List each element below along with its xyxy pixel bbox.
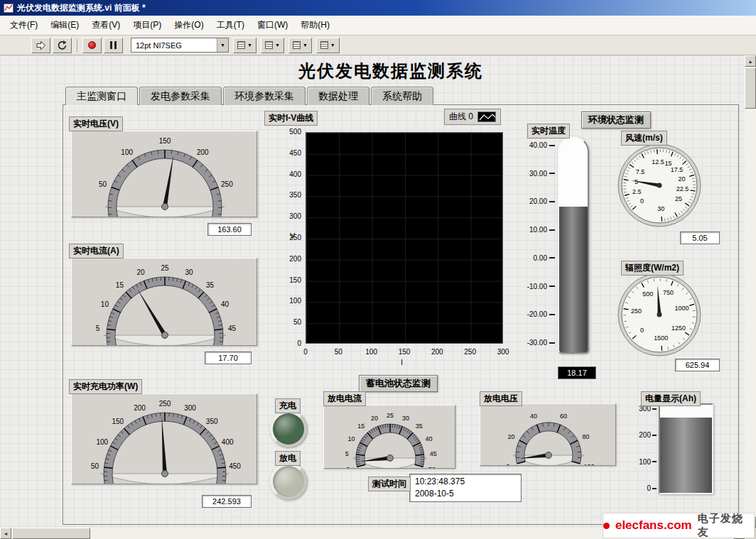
svg-text:15: 15	[357, 423, 364, 430]
chart-x-tick-label: 150	[394, 348, 414, 356]
charge-led	[270, 410, 307, 447]
title-bar: 光伏发电数据监测系统.vi 前面板 *	[0, 0, 756, 16]
scroll-left-button[interactable]: ◄	[0, 528, 11, 539]
thermometer-fill	[559, 207, 588, 352]
thermometer-tick-label: -10.00	[527, 283, 555, 290]
svg-text:40: 40	[221, 300, 230, 308]
chart-x-tick-label: 100	[362, 348, 382, 356]
distribute-objects-icon	[265, 41, 273, 49]
svg-text:100: 100	[121, 148, 133, 156]
abort-button[interactable]	[82, 38, 102, 53]
chevron-down-icon: ▼	[330, 43, 335, 48]
horizontal-scroll-thumb[interactable]	[12, 528, 90, 539]
resize-objects-icon	[293, 41, 301, 49]
svg-text:30: 30	[402, 415, 409, 422]
discharge-led	[270, 463, 307, 500]
chart-y-tick-label: 50	[263, 318, 301, 326]
menu-item[interactable]: 编辑(E)	[44, 16, 85, 34]
chart-y-tick-label: 300	[263, 212, 301, 220]
front-panel: 光伏发电数据监测系统 主监测窗口发电参数采集环境参数采集数据处理系统帮助 实时电…	[0, 55, 745, 528]
test-date-value: 2008-10-5	[415, 488, 516, 500]
svg-text:5: 5	[96, 325, 100, 332]
svg-text:0: 0	[640, 197, 644, 205]
tab-2[interactable]: 环境参数采集	[223, 87, 306, 105]
scroll-up-button[interactable]: ▲	[745, 55, 756, 67]
temperature-thermometer: 40.0030.0020.0010.000.00-10.00-20.00-30.…	[524, 136, 598, 365]
elecfans-logo: elecfans.com 电子发烧友	[603, 513, 755, 538]
tab-4[interactable]: 系统帮助	[371, 87, 433, 105]
discharge-current-meter: 05101520253035404550	[323, 405, 455, 469]
svg-text:60: 60	[560, 413, 567, 420]
chart-x-axis-label: I	[401, 358, 403, 366]
run-continuous-button[interactable]	[53, 38, 72, 53]
resize-objects-button[interactable]: ▼	[288, 38, 312, 53]
irradiance-gauge: 0250500750100012501500	[617, 272, 702, 357]
toolbar: 12pt NI7SEG ▼ ▼ ▼ ▼ ▼	[0, 36, 756, 55]
chart-y-tick-label: 100	[263, 297, 301, 305]
thermometer-tick-label: 20.00	[529, 197, 555, 205]
thermometer-tick-label: 40.00	[529, 141, 555, 149]
font-selector[interactable]: 12pt NI7SEG ▼	[131, 38, 229, 53]
svg-text:20: 20	[136, 268, 145, 276]
chart-legend[interactable]: 曲线 0	[444, 109, 501, 125]
discharge-voltage-label: 放电电压	[480, 391, 522, 406]
distribute-objects-button[interactable]: ▼	[261, 38, 284, 53]
run-icon	[36, 40, 46, 50]
svg-text:30: 30	[657, 205, 664, 212]
svg-text:100: 100	[96, 438, 108, 446]
menu-item[interactable]: 工具(T)	[210, 16, 251, 34]
svg-text:5: 5	[345, 450, 349, 457]
pause-button[interactable]	[104, 38, 123, 53]
iv-chart: V I 050100150200250300350400450500050100…	[263, 125, 512, 370]
svg-text:1000: 1000	[675, 305, 689, 312]
abort-icon	[88, 41, 96, 49]
menu-item[interactable]: 文件(F)	[4, 16, 44, 34]
thermometer-tick-label: 0.00	[534, 254, 555, 262]
svg-text:1500: 1500	[654, 334, 668, 342]
chevron-down-icon: ▼	[303, 43, 308, 48]
svg-text:50: 50	[428, 466, 436, 469]
svg-text:7.5: 7.5	[636, 168, 645, 175]
menu-item[interactable]: 项目(P)	[126, 16, 168, 34]
run-button[interactable]	[31, 38, 50, 53]
elecfans-site-text: elecfans.com	[615, 518, 692, 533]
chart-x-tick-label: 250	[460, 348, 480, 356]
voltage-display: 163.60	[207, 223, 252, 236]
menu-item[interactable]: 帮助(H)	[294, 16, 336, 34]
svg-text:35: 35	[206, 281, 215, 289]
power-meter-label: 实时充电功率(W)	[69, 379, 142, 394]
svg-text:22.5: 22.5	[676, 185, 689, 192]
align-objects-button[interactable]: ▼	[233, 38, 256, 53]
chart-x-tick-label: 300	[493, 348, 513, 356]
svg-text:25: 25	[675, 195, 682, 202]
svg-text:200: 200	[197, 148, 209, 156]
menu-item[interactable]: 查看(V)	[85, 16, 126, 34]
tab-3[interactable]: 数据处理	[307, 87, 369, 105]
battery-section-header: 蓄电池状态监测	[359, 375, 438, 392]
menu-item[interactable]: 操作(O)	[168, 16, 210, 34]
vertical-scrollbar[interactable]: ▲ ▼	[745, 55, 756, 528]
svg-text:200: 200	[134, 404, 146, 412]
tab-0[interactable]: 主监测窗口	[65, 87, 138, 105]
svg-text:25: 25	[161, 264, 169, 272]
chart-x-tick-label: 50	[328, 348, 348, 356]
thermometer-tick	[549, 229, 555, 231]
current-meter: 05101520253035404550	[71, 258, 257, 346]
legend-plot-icon	[477, 111, 496, 122]
svg-text:40: 40	[530, 413, 537, 420]
window-icon	[4, 4, 14, 13]
menu-item[interactable]: 窗口(W)	[251, 16, 294, 34]
chart-y-tick-label: 250	[263, 234, 301, 241]
svg-text:750: 750	[663, 289, 674, 296]
thermometer-scale: 40.0030.0020.0010.000.00-10.00-20.00-30.…	[524, 136, 555, 354]
svg-text:80: 80	[583, 433, 590, 440]
tab-1[interactable]: 发电参数采集	[139, 87, 222, 105]
svg-text:400: 400	[222, 438, 234, 446]
thermometer-tick	[549, 173, 555, 174]
vertical-scroll-thumb[interactable]	[745, 67, 756, 109]
thermometer-tube	[558, 136, 589, 354]
tank-tick	[652, 435, 657, 436]
chevron-down-icon: ▼	[217, 38, 228, 52]
svg-text:150: 150	[112, 418, 124, 425]
reorder-objects-button[interactable]: ▼	[316, 38, 340, 53]
